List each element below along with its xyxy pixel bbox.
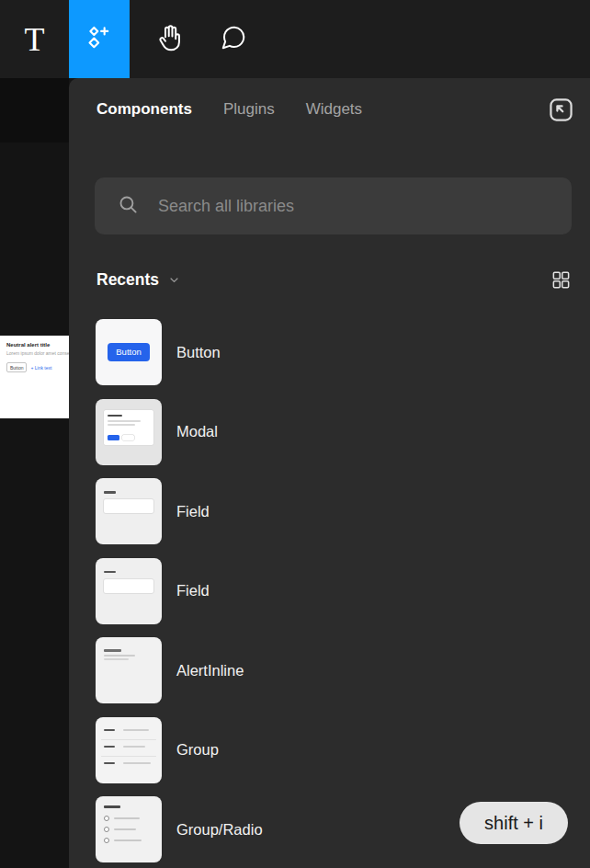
list-item[interactable]: Group [96, 717, 263, 783]
component-name: Modal [176, 423, 218, 440]
components-list: Button Button Modal Field Field [96, 319, 263, 862]
component-name: AlertInline [176, 662, 244, 680]
list-item[interactable]: AlertInline [96, 637, 263, 703]
panel-tabs: Components Plugins Widgets [96, 100, 362, 119]
component-name: Field [176, 503, 210, 520]
component-name: Group/Radio [176, 821, 263, 839]
text-tool-button[interactable]: T [0, 0, 69, 78]
canvas-shade [0, 78, 69, 143]
comment-tool-button[interactable] [201, 0, 266, 78]
component-thumbnail[interactable] [96, 399, 162, 465]
tab-widgets[interactable]: Widgets [306, 100, 362, 119]
search-icon [117, 193, 140, 220]
component-thumbnail[interactable] [96, 478, 162, 544]
component-assets-icon [84, 22, 115, 57]
preview-button: Button [6, 362, 27, 372]
preview-body: Lorem ipsum dolor amet consecte [6, 350, 69, 357]
shortcut-hint-badge: shift + i [460, 802, 568, 844]
dock-arrow-icon [547, 96, 575, 128]
hand-tool-button[interactable] [137, 0, 201, 78]
top-toolbar: T [0, 0, 590, 78]
comment-bubble-icon [220, 24, 247, 55]
list-item[interactable]: Modal [96, 399, 263, 465]
list-item[interactable]: Field [96, 558, 263, 624]
grid-view-toggle[interactable] [550, 269, 572, 291]
dock-panel-button[interactable] [546, 97, 575, 126]
components-panel: Components Plugins Widgets Recents [69, 78, 590, 868]
canvas-component-preview[interactable]: Neutral alert title Lorem ipsum dolor am… [0, 336, 69, 418]
search-bar [95, 177, 572, 234]
component-thumbnail[interactable] [96, 637, 162, 703]
list-item[interactable]: Field [96, 478, 263, 544]
hand-tool-icon [154, 23, 184, 56]
component-thumbnail[interactable]: Button [96, 319, 162, 385]
component-thumbnail[interactable] [96, 796, 162, 862]
component-thumbnail[interactable] [96, 558, 162, 624]
tab-components[interactable]: Components [96, 100, 192, 119]
assets-tool-button[interactable] [69, 0, 130, 78]
preview-title: Neutral alert title [6, 342, 65, 348]
tab-plugins[interactable]: Plugins [223, 100, 275, 119]
recents-header: Recents [96, 268, 572, 291]
text-tool-icon: T [25, 23, 45, 56]
recents-title: Recents [96, 270, 159, 290]
component-name: Group [176, 741, 219, 759]
component-name: Button [176, 344, 221, 361]
component-thumbnail[interactable] [96, 717, 162, 783]
search-input[interactable] [158, 197, 555, 216]
thumbnail-button-label: Button [108, 343, 149, 361]
component-name: Field [176, 582, 210, 600]
canvas-background: Neutral alert title Lorem ipsum dolor am… [0, 78, 69, 868]
preview-link: + Link text [30, 365, 51, 371]
chevron-down-icon[interactable] [167, 273, 181, 287]
list-item[interactable]: Group/Radio [96, 796, 263, 862]
list-item[interactable]: Button Button [96, 319, 263, 385]
